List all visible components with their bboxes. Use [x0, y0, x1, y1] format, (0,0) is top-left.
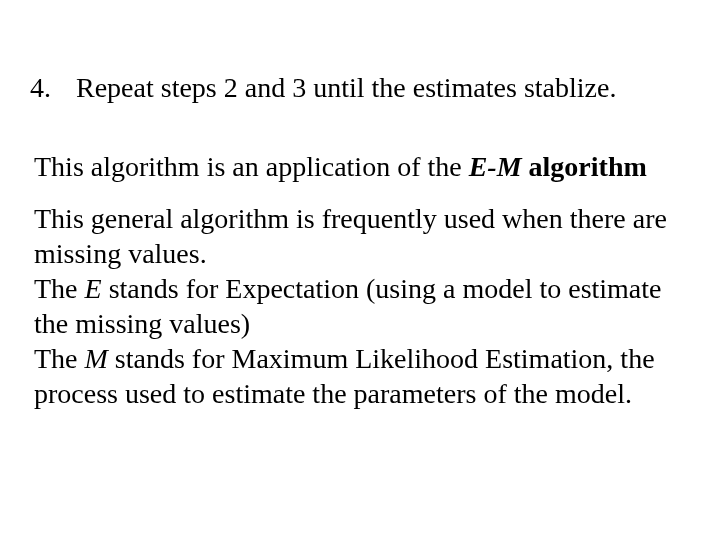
step-number: 4. — [30, 70, 70, 105]
paragraph-3: The M stands for Maximum Likelihood Esti… — [30, 341, 690, 411]
p2-prefix: The — [34, 273, 85, 304]
paragraph-1: This general algorithm is frequently use… — [30, 201, 690, 271]
em-letter-e: E — [85, 273, 102, 304]
paragraph-2: The E stands for Expectation (using a mo… — [30, 271, 690, 341]
p3-prefix: The — [34, 343, 85, 374]
numbered-step: 4. Repeat steps 2 and 3 until the estima… — [30, 70, 690, 105]
p2-rest: stands for Expectation (using a model to… — [34, 273, 662, 339]
step-text: Repeat steps 2 and 3 until the estimates… — [70, 70, 616, 105]
em-term-italic: E-M — [469, 151, 522, 182]
heading-prefix: This algorithm is an application of the — [34, 151, 469, 182]
em-term-rest: algorithm — [522, 151, 647, 182]
heading-line: This algorithm is an application of the … — [30, 149, 690, 185]
em-letter-m: M — [85, 343, 108, 374]
slide: 4. Repeat steps 2 and 3 until the estima… — [0, 0, 720, 540]
p3-rest: stands for Maximum Likelihood Estimation… — [34, 343, 655, 409]
